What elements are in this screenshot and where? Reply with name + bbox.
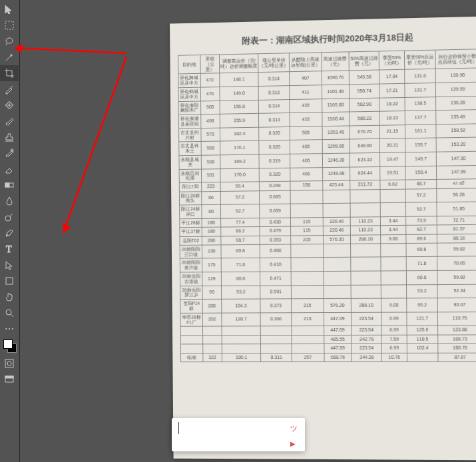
path-select-tool[interactable] [0, 257, 19, 273]
svg-point-6 [5, 216, 11, 221]
shape-tool[interactable] [0, 273, 19, 289]
table-cell: 0.320 [259, 168, 290, 182]
table-cell: 60.8 [221, 272, 260, 286]
move-tool[interactable] [0, 1, 19, 17]
table-cell: 70.65 [437, 256, 476, 270]
table-cell [261, 344, 292, 353]
table-cell: 26标阳阳发片镇 [180, 258, 202, 272]
quickmask-tool[interactable] [0, 355, 19, 371]
magic-wand-tool[interactable] [0, 49, 19, 65]
table-cell: 0.314 [258, 72, 290, 86]
color-swatch[interactable] [3, 340, 17, 353]
table-cell [180, 336, 202, 344]
table-cell: 0.659 [260, 204, 291, 218]
table-cell: 9.00 [381, 298, 407, 312]
table-cell: 136.28 [436, 96, 476, 111]
table-cell: 阳江24标岸口 [180, 205, 202, 219]
stamp-tool[interactable] [0, 129, 19, 145]
table-header: 现公里单价（元/吨公里） [258, 53, 290, 73]
hand-tool[interactable] [0, 289, 19, 305]
table-cell: 147.30 [437, 151, 476, 166]
healing-tool[interactable] [0, 97, 19, 113]
table-row: 447.09223.546.99102.4100.76 [180, 344, 476, 353]
table-cell: 465 [290, 154, 322, 168]
eraser-tool[interactable] [0, 161, 19, 177]
table-cell: 0.313 [259, 113, 290, 127]
table-cell: 0.320 [259, 140, 290, 154]
table-cell: 1090.76 [322, 71, 350, 85]
table-row: 485.55242.787.59110.5108.73 [180, 335, 476, 344]
table-cell: 580.22 [350, 111, 379, 125]
table-cell: 87.87 [438, 353, 476, 362]
eyedropper-tool[interactable] [0, 81, 19, 97]
table-cell: 1165.80 [322, 99, 350, 113]
table-cell: 466 [290, 167, 322, 181]
table-cell: 60.8 [406, 270, 437, 284]
table-cell [323, 203, 351, 217]
table-cell: 223 [201, 182, 220, 192]
table-cell: 485 [290, 140, 322, 154]
table-cell: 0.468 [260, 244, 291, 258]
ellipsis-tool[interactable]: ⋯ [0, 321, 19, 337]
table-cell: 280 [202, 300, 222, 314]
table-cell: 古丈县休木王 [179, 142, 201, 156]
canvas-area[interactable]: 附表一：湖南区域执行时间2020年3月18日起 目的地里程（公里）调整前运价（元… [20, 0, 476, 462]
table-cell [292, 285, 324, 299]
table-cell: 223.54 [352, 312, 381, 326]
screenmode-tool[interactable] [0, 371, 19, 387]
table-cell: 0.248 [260, 181, 291, 190]
table-cell: 0.373 [260, 299, 292, 313]
table-cell: 531 [201, 168, 220, 182]
table-cell: 576.20 [323, 235, 351, 244]
table-row: 447.09223.546.99125.9123.88 [180, 326, 476, 336]
blur-tool[interactable] [0, 193, 19, 209]
table-cell: 17.04 [379, 70, 405, 84]
table-header: 高速过路费（元） [322, 52, 350, 71]
table-cell [292, 335, 324, 344]
lasso-tool[interactable] [0, 33, 19, 49]
dodge-tool[interactable] [0, 209, 19, 225]
ime-candidate-bar[interactable]: ッ ▶ [172, 418, 305, 451]
table-cell: 215 [291, 235, 323, 244]
table-cell: 131.7 [405, 83, 436, 97]
table-cell: 1248.88 [322, 167, 350, 181]
table-cell: 0.320 [259, 126, 290, 140]
table-cell: 215 [292, 299, 324, 313]
table-cell: 73.9 [405, 216, 437, 226]
table-cell: 华容28标F1厂 [180, 313, 202, 327]
table-cell: 6.62 [380, 180, 405, 189]
table-cell: 52.7 [405, 202, 437, 216]
table-cell: 岳阳P14标 [180, 300, 202, 314]
svg-rect-10 [5, 359, 13, 367]
table-cell [222, 344, 261, 353]
table-cell: 怀化溆阳麻阳木广 [178, 101, 200, 115]
crop-tool[interactable] [0, 65, 19, 81]
toolbar: T ⋯ [0, 0, 20, 462]
table-cell: 570 [201, 128, 220, 142]
table-cell [324, 285, 352, 299]
table-cell: 476 [200, 87, 220, 101]
table-header: 执行运价保留小数点后两位（元/吨） [435, 49, 476, 69]
table-cell: 0.313 [258, 86, 290, 100]
table-cell: 3.44 [381, 225, 406, 234]
type-tool[interactable]: T [0, 241, 19, 257]
history-brush-tool[interactable] [0, 145, 19, 161]
brush-tool[interactable] [0, 113, 19, 129]
table-cell: 576.20 [324, 299, 352, 313]
table-cell: 3.44 [381, 216, 406, 226]
table-cell: 676.70 [350, 125, 379, 139]
table-cell: 223.54 [352, 344, 381, 353]
table-cell: 447.09 [324, 344, 352, 353]
svg-rect-8 [6, 278, 13, 284]
gradient-tool[interactable] [0, 177, 19, 193]
table-cell [322, 190, 350, 204]
table-cell: 156.8 [220, 100, 259, 114]
table-row: 28标岳阳古港镇12960.80.47160.859.82 [180, 270, 476, 286]
pen-tool[interactable] [0, 225, 19, 241]
table-cell [291, 258, 323, 272]
table-cell: 352 [202, 313, 222, 327]
table-cell: 77.4 [221, 218, 260, 227]
zoom-tool[interactable] [0, 305, 19, 321]
marquee-tool[interactable] [0, 17, 19, 33]
data-table: 目的地里程（公里）调整前运价（元/吨）运价调整幅度现公里单价（元/吨公里）从醴陵… [178, 49, 476, 362]
